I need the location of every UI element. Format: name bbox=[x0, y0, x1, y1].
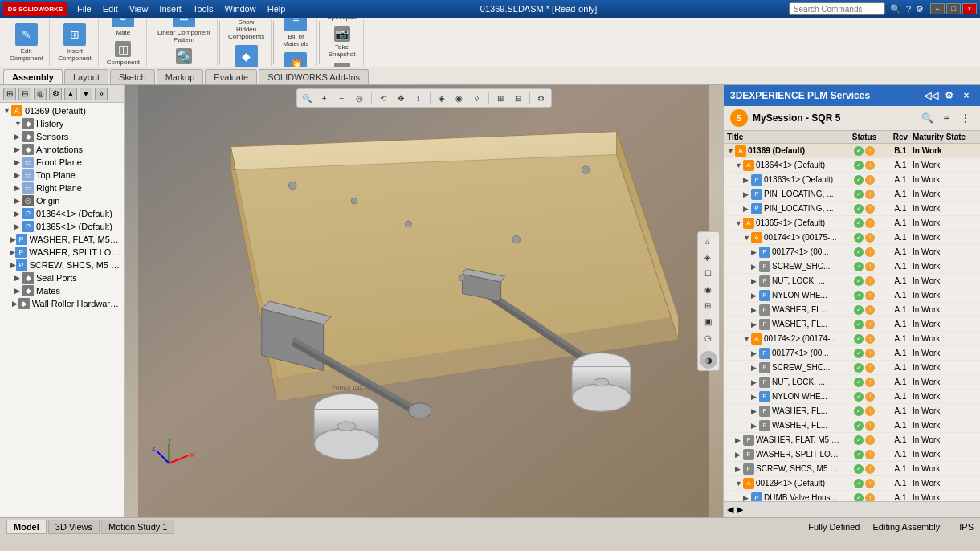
plm-row[interactable]: ▶ F WASHER, FL... ✓↑ A.1 In Work bbox=[724, 418, 980, 433]
tree-item[interactable]: ▼ A 01369 (Default) bbox=[0, 104, 124, 117]
tree-expand-arrow[interactable]: ▶ bbox=[14, 222, 22, 231]
tab-evaluate[interactable]: Evaluate bbox=[205, 69, 257, 84]
vp-btn-display2[interactable]: ◉ bbox=[451, 91, 468, 105]
vp-btn-settings[interactable]: ⚙ bbox=[533, 91, 549, 105]
plm-expand-arrow[interactable]: ▶ bbox=[751, 364, 759, 372]
session-search-button[interactable]: 🔍 bbox=[919, 110, 935, 126]
tree-expand-arrow[interactable]: ▶ bbox=[14, 274, 22, 282]
options-icon[interactable]: ⚙ bbox=[916, 4, 924, 14]
plm-row[interactable]: ▼ A 00174<2> (00174-... ✓↑ A.1 In Work bbox=[724, 332, 980, 346]
vp-btn-pan[interactable]: ✥ bbox=[393, 91, 409, 105]
plm-settings-icon[interactable]: ⚙ bbox=[941, 88, 956, 103]
plm-expand-arrow[interactable]: ▼ bbox=[743, 335, 751, 343]
plm-scroll-right[interactable]: ▶ bbox=[737, 504, 743, 515]
plm-expand-arrow[interactable]: ▶ bbox=[743, 190, 751, 198]
plm-row[interactable]: ▶ F NUT, LOCK, ... ✓↑ A.1 In Work bbox=[724, 375, 980, 390]
plm-close-icon[interactable]: × bbox=[959, 88, 974, 103]
menu-tools[interactable]: Tools bbox=[190, 4, 217, 14]
session-filter-button[interactable]: ≡ bbox=[938, 110, 954, 126]
tab-addins[interactable]: SOLIDWORKS Add-Ins bbox=[259, 69, 369, 84]
plm-expand-arrow[interactable]: ▶ bbox=[751, 292, 759, 300]
tree-item[interactable]: ▶ ◆ Seal Ports bbox=[0, 271, 124, 284]
vp-right-btn-6[interactable]: ▣ bbox=[700, 314, 716, 329]
vp-btn-view1[interactable]: ⊞ bbox=[492, 91, 508, 105]
3d-viewport[interactable]: 🔍 + − ◎ ⟲ ✥ ↕ ◈ ◉ ◊ ⊞ ⊟ ⚙ bbox=[125, 85, 723, 517]
tree-item[interactable]: ▶ ◎ Origin bbox=[0, 194, 124, 207]
tree-expand-arrow[interactable]: ▶ bbox=[14, 184, 22, 192]
bom-button[interactable]: ≡ Bill ofMaterials bbox=[280, 18, 312, 49]
tree-expand-arrow[interactable]: ▶ bbox=[14, 145, 22, 153]
plm-row[interactable]: ▶ P PIN_LOCATING, ... ✓↑ A.1 In Work bbox=[724, 187, 980, 202]
tree-item[interactable]: ▶ P WASHER, FLAT, M5 SCREW, 5.3 M... bbox=[0, 233, 124, 246]
vp-right-btn-8[interactable]: ◑ bbox=[700, 351, 717, 369]
plm-row[interactable]: ▶ F SCREW, SHCS, M5 X ... ✓↑ A.1 In Work bbox=[724, 462, 980, 476]
menu-window[interactable]: Window bbox=[222, 4, 259, 14]
tree-btn-5[interactable]: ▲ bbox=[64, 88, 77, 100]
menu-file[interactable]: File bbox=[74, 4, 95, 14]
plm-row[interactable]: ▶ F SCREW_SHC... ✓↑ A.1 In Work bbox=[724, 361, 980, 375]
tree-item[interactable]: ▶ P SCREW, SHCS, M5 X 0.8 MM THRI... bbox=[0, 259, 124, 271]
vp-btn-view2[interactable]: ⊟ bbox=[510, 91, 526, 105]
plm-expand-arrow[interactable]: ▶ bbox=[743, 494, 751, 502]
tree-expand-arrow[interactable]: ▶ bbox=[10, 235, 16, 243]
statusbar-tab-motion[interactable]: Motion Study 1 bbox=[101, 520, 174, 534]
minimize-button[interactable]: − bbox=[930, 3, 945, 14]
mate-button[interactable]: ⊕ Mate bbox=[108, 18, 138, 38]
plm-expand-arrow[interactable]: ▶ bbox=[751, 422, 759, 430]
menu-insert[interactable]: Insert bbox=[156, 4, 185, 14]
help-icon[interactable]: ? bbox=[906, 4, 911, 14]
tree-expand-arrow[interactable]: ▶ bbox=[14, 158, 22, 166]
large-assembly-button[interactable]: ⚙ LargeAssemblySettings bbox=[325, 61, 359, 67]
plm-row[interactable]: ▶ P 01363<1> (Default) ✓↑ A.1 In Work bbox=[724, 173, 980, 187]
update-speedpak-button[interactable]: ↻ UpdateSpeedpak bbox=[325, 18, 360, 22]
tree-btn-3[interactable]: ◎ bbox=[34, 88, 47, 100]
tree-expand-arrow[interactable]: ▼ bbox=[14, 120, 22, 128]
plm-row[interactable]: ▶ P DUMB Valve Hous... ✓↑ A.1 In Work bbox=[724, 491, 980, 501]
plm-row[interactable]: ▶ P NYLON WHE... ✓↑ A.1 In Work bbox=[724, 390, 980, 404]
plm-row[interactable]: ▼ A 01364<1> (Default) ✓↑ A.1 In Work bbox=[724, 158, 980, 173]
plm-expand-arrow[interactable]: ▶ bbox=[751, 378, 759, 386]
menu-help[interactable]: Help bbox=[264, 4, 289, 14]
tree-btn-2[interactable]: ⊟ bbox=[18, 88, 31, 100]
vp-btn-search[interactable]: 🔍 bbox=[299, 91, 315, 105]
tab-sketch[interactable]: Sketch bbox=[110, 69, 155, 84]
component-preview-button[interactable]: ◫ ComponentPreviewWindow bbox=[104, 39, 143, 68]
plm-row[interactable]: ▶ F WASHER, FLAT, M5 S... ✓↑ A.1 In Work bbox=[724, 433, 980, 447]
plm-expand-arrow[interactable]: ▶ bbox=[743, 205, 751, 213]
plm-expand-arrow[interactable]: ▶ bbox=[743, 176, 751, 184]
tree-expand-arrow[interactable]: ▶ bbox=[10, 261, 16, 269]
vp-btn-display3[interactable]: ◊ bbox=[469, 91, 485, 105]
statusbar-tab-model[interactable]: Model bbox=[6, 520, 47, 534]
exploded-view-button[interactable]: 💥 ExplodedView bbox=[280, 51, 312, 68]
search-icon[interactable]: 🔍 bbox=[890, 4, 901, 14]
tab-layout[interactable]: Layout bbox=[64, 69, 108, 84]
plm-expand-arrow[interactable]: ▶ bbox=[735, 436, 743, 444]
plm-expand-arrow[interactable]: ▼ bbox=[735, 219, 743, 227]
plm-row[interactable]: ▶ P 00177<1> (00... ✓↑ A.1 In Work bbox=[724, 346, 980, 361]
tree-item[interactable]: ▶ ◆ Mates bbox=[0, 284, 124, 297]
tree-item[interactable]: ▶ ◆ Sensors bbox=[0, 130, 124, 143]
tree-item[interactable]: ▼ ◆ History bbox=[0, 117, 124, 130]
plm-expand-arrow[interactable]: ▶ bbox=[735, 465, 743, 473]
tree-expand-arrow[interactable]: ▶ bbox=[14, 287, 22, 295]
plm-row[interactable]: ▶ P 00177<1> (00... ✓↑ A.1 In Work bbox=[724, 245, 980, 259]
tree-btn-6[interactable]: ▼ bbox=[80, 88, 92, 100]
vp-btn-zoom-out[interactable]: − bbox=[334, 91, 350, 105]
plm-collapse-button[interactable]: ◁◁ bbox=[924, 88, 938, 103]
plm-expand-arrow[interactable]: ▶ bbox=[751, 393, 759, 401]
vp-btn-zoom[interactable]: ↕ bbox=[410, 91, 427, 105]
plm-expand-arrow[interactable]: ▼ bbox=[735, 161, 743, 169]
plm-row[interactable]: ▼ A 01369 (Default) ✓↑ B.1 In Work bbox=[724, 144, 980, 158]
plm-expand-arrow[interactable]: ▶ bbox=[751, 263, 759, 271]
vp-right-btn-1[interactable]: ⌂ bbox=[700, 234, 716, 248]
plm-scroll-left[interactable]: ◀ bbox=[727, 504, 733, 515]
tree-btn-4[interactable]: ⚙ bbox=[49, 88, 62, 100]
search-commands-input[interactable] bbox=[789, 2, 885, 15]
tree-expand-arrow[interactable]: ▶ bbox=[14, 210, 22, 218]
tree-expand-arrow[interactable]: ▶ bbox=[14, 197, 22, 205]
tree-expand-arrow[interactable]: ▶ bbox=[10, 248, 15, 256]
vp-right-btn-5[interactable]: ⊞ bbox=[700, 298, 716, 312]
vp-right-btn-4[interactable]: ◉ bbox=[700, 282, 716, 296]
plm-row[interactable]: ▶ P PIN_LOCATING, ... ✓↑ A.1 In Work bbox=[724, 202, 980, 216]
tree-item[interactable]: ▶ P 01364<1> (Default) bbox=[0, 207, 124, 220]
